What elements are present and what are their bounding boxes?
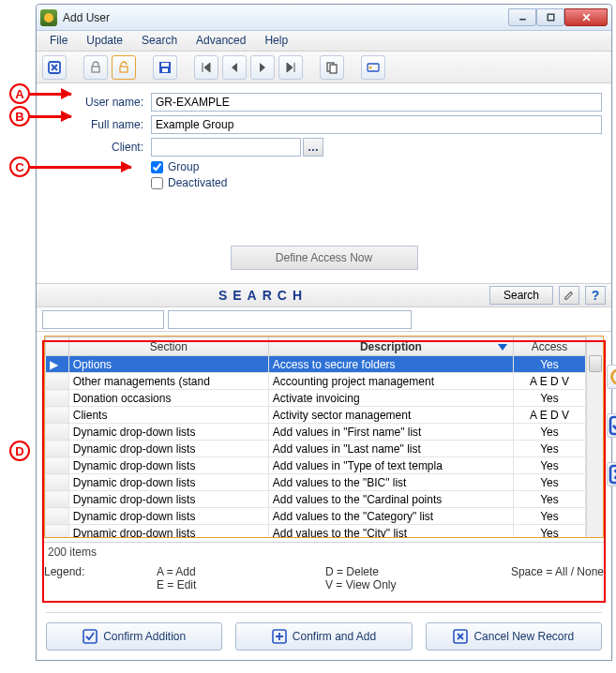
- cell-description: Add values to the "Category" list: [268, 508, 513, 525]
- table-row[interactable]: Dynamic drop-down listsAdd values to the…: [46, 525, 586, 538]
- table-row[interactable]: ClientsActivity sector managementA E D V: [46, 407, 586, 424]
- card-icon[interactable]: [361, 55, 385, 80]
- menu-update[interactable]: Update: [77, 31, 132, 51]
- next-record-icon[interactable]: [250, 55, 275, 80]
- cell-description: Activate invoicing: [268, 390, 513, 407]
- scroll-thumb[interactable]: [589, 355, 602, 372]
- row-handle[interactable]: ▶: [46, 356, 69, 373]
- cancel-new-record-button[interactable]: Cancel New Record: [426, 622, 602, 651]
- cell-section: Donation occasions: [68, 390, 268, 407]
- svg-rect-7: [162, 68, 168, 72]
- table-row[interactable]: Other managements (standAccounting proje…: [46, 373, 586, 390]
- help-icon[interactable]: ?: [585, 286, 606, 305]
- lock-icon[interactable]: [83, 55, 108, 80]
- row-handle[interactable]: [46, 424, 69, 441]
- menu-file[interactable]: File: [40, 31, 77, 51]
- titlebar: Add User: [37, 5, 611, 31]
- group-checkbox[interactable]: [151, 161, 163, 173]
- status-count: 200 items: [44, 542, 604, 561]
- cell-description: Add values in "Last name" list: [268, 441, 513, 457]
- menu-search[interactable]: Search: [132, 31, 187, 51]
- cell-access: Yes: [514, 491, 586, 508]
- menubar: File Update Search Advanced Help: [37, 31, 611, 52]
- cell-section: Dynamic drop-down lists: [68, 441, 268, 457]
- first-record-icon[interactable]: [194, 55, 218, 80]
- username-input[interactable]: [151, 93, 602, 112]
- toggle-all-icon[interactable]: [607, 365, 616, 389]
- menu-help[interactable]: Help: [255, 31, 297, 51]
- confirm-addition-button[interactable]: Confirm Addition: [46, 622, 222, 651]
- legend-label: Legend:: [44, 565, 157, 578]
- fullname-input[interactable]: [151, 115, 602, 134]
- edit-search-icon[interactable]: [559, 286, 579, 305]
- minimize-button[interactable]: [508, 8, 536, 26]
- row-handle[interactable]: [46, 457, 69, 474]
- confirm-and-add-button[interactable]: Confirm and Add: [235, 622, 412, 651]
- plus-icon: [272, 629, 287, 644]
- table-row[interactable]: Dynamic drop-down listsAdd values in "La…: [46, 441, 586, 457]
- uncheck-all-icon[interactable]: [607, 462, 616, 486]
- cell-section: Clients: [68, 407, 268, 424]
- col-access[interactable]: Access: [514, 337, 586, 356]
- cell-access: Yes: [514, 390, 586, 407]
- unlock-icon[interactable]: [112, 55, 136, 80]
- table-row[interactable]: Dynamic drop-down listsAdd values to the…: [46, 474, 586, 491]
- cell-section: Dynamic drop-down lists: [68, 525, 268, 538]
- search-button[interactable]: Search: [489, 286, 553, 305]
- table-row[interactable]: Dynamic drop-down listsAdd values in "Fi…: [46, 424, 586, 441]
- cell-section: Dynamic drop-down lists: [68, 457, 268, 474]
- check-all-icon[interactable]: [607, 413, 616, 438]
- table-row[interactable]: Dynamic drop-down listsAdd values to the…: [46, 508, 586, 525]
- maximize-button[interactable]: [536, 8, 564, 26]
- cancel-icon[interactable]: [42, 55, 67, 80]
- prev-record-icon[interactable]: [222, 55, 247, 80]
- cell-section: Dynamic drop-down lists: [68, 474, 268, 491]
- group-label: Group: [168, 160, 199, 173]
- table-row[interactable]: Dynamic drop-down listsAdd values to the…: [46, 491, 586, 508]
- deactivated-checkbox[interactable]: [151, 177, 163, 189]
- row-handle[interactable]: [46, 508, 69, 525]
- cancel-new-record-label: Cancel New Record: [473, 630, 574, 643]
- ellipsis-icon: …: [308, 141, 319, 154]
- legend-d: D = Delete: [325, 565, 475, 578]
- cell-section: Dynamic drop-down lists: [68, 491, 268, 508]
- menu-advanced[interactable]: Advanced: [187, 31, 255, 51]
- svg-rect-13: [610, 417, 616, 434]
- legend: Legend: A = Add E = Edit D = Delete V = …: [44, 565, 604, 591]
- add-user-window: Add User File Update Search Advanced Hel…: [36, 4, 612, 661]
- row-handle[interactable]: [46, 474, 69, 491]
- client-lookup-button[interactable]: …: [303, 138, 323, 157]
- window-title: Add User: [63, 11, 508, 24]
- vertical-scrollbar[interactable]: [586, 336, 603, 537]
- save-icon[interactable]: [153, 55, 177, 80]
- row-handle[interactable]: [46, 373, 69, 390]
- row-handle[interactable]: [46, 407, 69, 424]
- close-button[interactable]: [564, 8, 608, 26]
- define-access-button[interactable]: Define Access Now: [231, 246, 418, 270]
- svg-rect-15: [83, 630, 97, 643]
- row-handle[interactable]: [46, 491, 69, 508]
- row-handle[interactable]: [46, 441, 69, 457]
- cell-access: Yes: [514, 441, 586, 457]
- col-description[interactable]: Description: [268, 337, 513, 356]
- cell-access: A E D V: [514, 407, 586, 424]
- row-handle[interactable]: [46, 525, 69, 538]
- copy-icon[interactable]: [320, 55, 344, 80]
- client-input[interactable]: [151, 138, 301, 157]
- last-record-icon[interactable]: [278, 55, 303, 80]
- search-field-1[interactable]: [42, 310, 164, 329]
- col-section[interactable]: Section: [68, 337, 268, 356]
- row-handle[interactable]: [46, 390, 69, 407]
- x-icon: [453, 629, 468, 644]
- confirm-and-add-label: Confirm and Add: [293, 630, 376, 643]
- search-heading: SEARCH: [42, 288, 484, 303]
- search-field-2[interactable]: [168, 310, 412, 329]
- table-row[interactable]: Dynamic drop-down listsAdd values in "Ty…: [46, 457, 586, 474]
- annotation-d: D: [9, 441, 30, 461]
- access-table[interactable]: Section Description Access ▶OptionsAcces…: [45, 336, 586, 537]
- cell-access: Yes: [514, 508, 586, 525]
- cell-access: A E D V: [514, 373, 586, 390]
- cell-section: Other managements (stand: [68, 373, 268, 390]
- table-row[interactable]: Donation occasionsActivate invoicingYes: [46, 390, 586, 407]
- table-row[interactable]: ▶OptionsAccess to secure foldersYes: [46, 356, 586, 373]
